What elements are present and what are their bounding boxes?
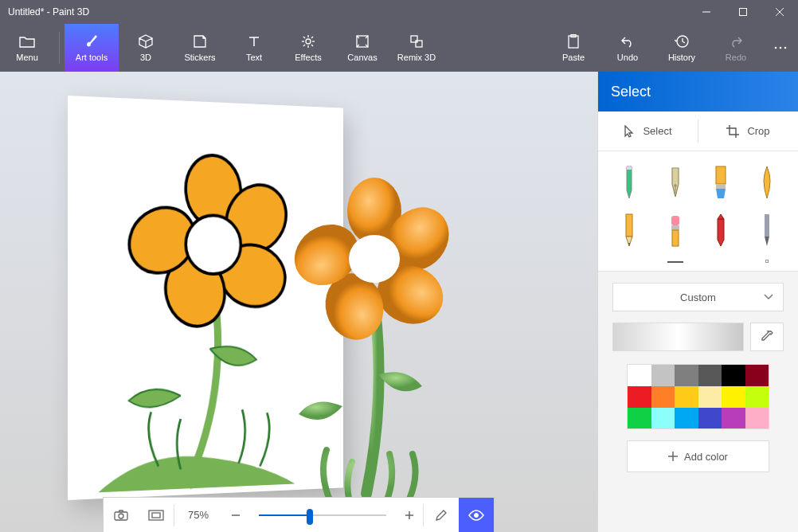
zoom-value[interactable]: 75% xyxy=(174,509,222,521)
svg-rect-15 xyxy=(416,41,422,47)
main-area: 75% Select Select xyxy=(0,72,798,532)
svg-rect-50 xyxy=(672,230,679,246)
color-swatch[interactable] xyxy=(698,386,722,408)
art-tools-tab[interactable]: Art tools xyxy=(65,24,119,72)
svg-rect-36 xyxy=(149,510,163,520)
stickers-tab[interactable]: Stickers xyxy=(173,24,227,72)
history-icon xyxy=(674,33,690,49)
plus-icon xyxy=(405,510,414,520)
color-swatch[interactable] xyxy=(722,365,745,386)
color-swatch[interactable] xyxy=(745,408,769,429)
three-d-tab[interactable]: 3D xyxy=(119,24,173,72)
close-button[interactable] xyxy=(761,0,798,24)
plus-icon xyxy=(668,452,678,461)
color-swatch[interactable] xyxy=(675,365,698,386)
color-swatch[interactable] xyxy=(722,408,745,429)
svg-rect-51 xyxy=(765,214,769,237)
svg-rect-47 xyxy=(626,214,632,237)
fit-icon xyxy=(148,510,164,521)
current-color-swatch[interactable] xyxy=(612,323,744,351)
fit-screen-button[interactable] xyxy=(139,498,174,533)
select-label: Select xyxy=(643,125,671,137)
brush-eraser[interactable] xyxy=(659,210,691,248)
canvas-tab[interactable]: Canvas xyxy=(335,24,389,72)
toolbar-spacer xyxy=(444,24,546,72)
select-tool-button[interactable]: Select xyxy=(598,111,698,151)
svg-point-33 xyxy=(349,235,400,283)
view-mode-button[interactable] xyxy=(459,498,494,533)
color-swatch[interactable] xyxy=(628,408,651,429)
color-swatch[interactable] xyxy=(651,365,675,386)
undo-button[interactable]: Undo xyxy=(600,24,655,72)
color-swatch[interactable] xyxy=(628,386,651,408)
svg-point-4 xyxy=(306,39,311,44)
text-label: Text xyxy=(246,53,262,62)
title-bar: Untitled* - Paint 3D xyxy=(0,0,798,24)
more-button[interactable] xyxy=(763,24,798,72)
redo-icon xyxy=(728,33,744,49)
color-swatch[interactable] xyxy=(745,386,769,408)
cube-icon xyxy=(138,33,154,49)
brush-crayon[interactable] xyxy=(705,210,737,248)
maximize-button[interactable] xyxy=(725,0,761,24)
ellipsis-icon xyxy=(773,40,788,56)
remix-3d-label: Remix 3D xyxy=(397,53,436,62)
text-tab[interactable]: Text xyxy=(227,24,281,72)
brush-oil-brush[interactable] xyxy=(751,162,783,201)
color-swatch[interactable] xyxy=(698,408,722,429)
brush-paint-brush[interactable] xyxy=(705,162,737,201)
color-swatch[interactable] xyxy=(675,386,698,408)
brush-pencil[interactable] xyxy=(613,210,645,248)
remix-3d-tab[interactable]: Remix 3D xyxy=(389,24,444,72)
side-panel: Select Select Crop xyxy=(597,72,798,532)
svg-line-11 xyxy=(311,37,313,38)
svg-point-19 xyxy=(775,47,777,49)
svg-point-41 xyxy=(475,513,479,517)
paste-button[interactable]: Paste xyxy=(546,24,600,72)
add-color-button[interactable]: Add color xyxy=(627,440,769,472)
capture-button[interactable] xyxy=(104,498,139,533)
svg-rect-49 xyxy=(671,225,679,230)
history-button[interactable]: History xyxy=(655,24,709,72)
svg-rect-14 xyxy=(411,36,417,42)
eyedropper-button[interactable] xyxy=(750,323,784,351)
color-swatch[interactable] xyxy=(628,365,651,386)
zoom-in-button[interactable] xyxy=(396,498,423,533)
color-swatch[interactable] xyxy=(651,408,675,429)
svg-point-20 xyxy=(780,47,782,49)
menu-label: Menu xyxy=(16,53,38,62)
color-swatch[interactable] xyxy=(698,365,722,386)
color-swatch[interactable] xyxy=(722,386,745,408)
material-dropdown[interactable]: Custom xyxy=(612,283,784,311)
svg-point-44 xyxy=(674,185,676,187)
menu-button[interactable]: Menu xyxy=(0,24,54,72)
redo-label: Redo xyxy=(726,53,746,62)
brush-pixel-pen[interactable] xyxy=(751,210,783,248)
color-palette xyxy=(627,364,769,429)
svg-rect-46 xyxy=(716,184,726,189)
zoom-out-button[interactable] xyxy=(222,498,249,533)
minus-icon xyxy=(231,510,241,520)
color-swatch[interactable] xyxy=(651,386,675,408)
redo-button[interactable]: Redo xyxy=(709,24,763,72)
divider xyxy=(59,32,60,64)
undo-label: Undo xyxy=(617,53,638,62)
brush-marker[interactable] xyxy=(613,162,645,201)
effects-tab[interactable]: Effects xyxy=(281,24,335,72)
color-swatch[interactable] xyxy=(745,365,769,386)
pencil-icon xyxy=(435,509,448,522)
crop-tool-button[interactable]: Crop xyxy=(698,111,798,151)
svg-rect-37 xyxy=(152,513,160,518)
zoom-slider[interactable] xyxy=(259,514,386,516)
edit-mode-button[interactable] xyxy=(424,498,459,533)
sticker-icon xyxy=(192,33,208,49)
brush-icon xyxy=(84,33,100,49)
material-dropdown-label: Custom xyxy=(680,291,716,303)
brush-calligraphy-pen[interactable] xyxy=(659,162,691,201)
color-swatch[interactable] xyxy=(675,408,698,429)
clipboard-icon xyxy=(565,33,581,49)
effects-label: Effects xyxy=(295,53,321,62)
canvas-viewport[interactable]: 75% xyxy=(0,72,597,532)
flower-3d-model[interactable] xyxy=(287,159,494,532)
minimize-button[interactable] xyxy=(688,0,725,24)
